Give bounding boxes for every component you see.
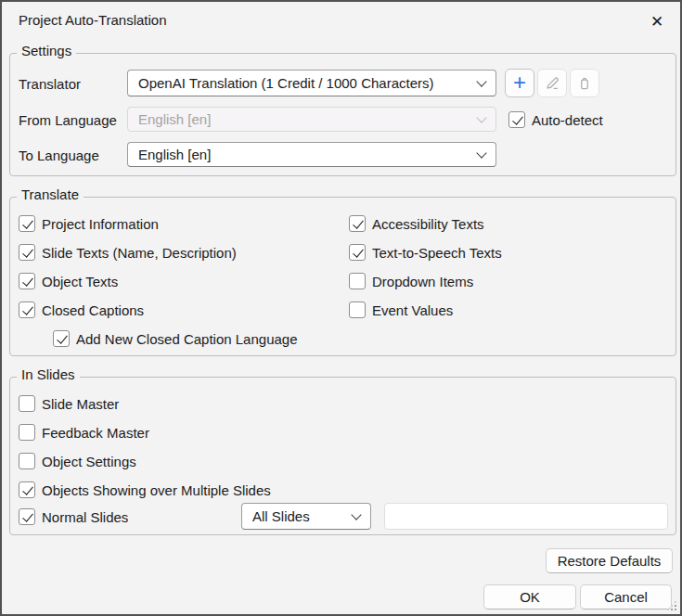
object-texts-label[interactable]: Object Texts (42, 274, 118, 289)
objects-showing-over-multiple-slides-checkbox[interactable] (19, 481, 35, 498)
checkbox-row[interactable]: Project Information (19, 215, 159, 232)
event-values-checkbox[interactable] (349, 302, 366, 318)
checkbox-row[interactable]: Text-to-Speech Texts (349, 244, 502, 261)
slide-range-select[interactable]: All Slides (241, 503, 371, 530)
from-language-select-value: English [en] (138, 111, 211, 127)
cancel-button[interactable]: Cancel (580, 584, 672, 610)
normal-slides-checkbox[interactable] (19, 508, 35, 525)
translator-select-value: OpenAI Translation (1 Credit / 1000 Char… (138, 75, 434, 91)
checkbox-row[interactable]: Event Values (349, 302, 453, 318)
pencil-icon (544, 75, 560, 92)
event-values-label[interactable]: Event Values (372, 302, 453, 318)
object-settings-label[interactable]: Object Settings (42, 454, 136, 469)
add-translator-button[interactable]: + (505, 69, 534, 97)
object-settings-checkbox[interactable] (19, 453, 35, 469)
chevron-down-icon (476, 76, 486, 86)
checkbox-row[interactable]: Objects Showing over Multiple Slides (19, 481, 271, 498)
text-to-speech-texts-checkbox[interactable] (349, 244, 366, 261)
from-language-label: From Language (19, 112, 117, 128)
restore-defaults-button[interactable]: Restore Defaults (546, 548, 673, 573)
ok-button[interactable]: OK (483, 584, 576, 610)
chevron-down-icon (351, 509, 361, 520)
auto-detect-label[interactable]: Auto-detect (532, 112, 603, 128)
checkbox-row[interactable]: Accessibility Texts (349, 215, 484, 232)
closed-captions-checkbox[interactable] (19, 302, 35, 318)
checkbox-row[interactable]: Feedback Master (19, 424, 149, 441)
feedback-master-checkbox[interactable] (19, 424, 35, 441)
to-language-label: To Language (19, 148, 99, 163)
from-language-select: English [en] (127, 107, 496, 132)
checkbox-row[interactable]: Object Settings (19, 453, 136, 469)
auto-detect-checkbox[interactable] (508, 111, 525, 128)
normal-slides-label[interactable]: Normal Slides (42, 509, 128, 525)
edit-translator-button (537, 69, 567, 97)
settings-group-legend: Settings (17, 43, 76, 58)
dialog-title: Project Auto-Translation (19, 12, 167, 28)
accessibility-texts-label[interactable]: Accessibility Texts (372, 216, 484, 232)
add-new-closed-caption-language-label[interactable]: Add New Closed Caption Language (76, 331, 298, 347)
restore-defaults-label: Restore Defaults (558, 553, 662, 569)
slide-range-input[interactable] (384, 503, 668, 530)
to-language-select-value: English [en] (138, 147, 211, 162)
resize-grip[interactable] (665, 599, 676, 610)
delete-translator-button (570, 69, 599, 97)
chevron-down-icon (476, 148, 486, 158)
in-slides-group-legend: In Slides (17, 366, 80, 382)
slide-texts-label[interactable]: Slide Texts (Name, Description) (42, 245, 237, 261)
auto-detect-row[interactable]: Auto-detect (508, 111, 603, 128)
checkbox-row[interactable]: Object Texts (19, 273, 118, 289)
checkbox-row[interactable]: Slide Texts (Name, Description) (19, 244, 237, 261)
trash-icon (576, 75, 593, 92)
checkbox-row[interactable]: Dropdown Items (349, 273, 473, 289)
slide-master-checkbox[interactable] (19, 395, 35, 412)
translate-group-legend: Translate (17, 186, 84, 202)
accessibility-texts-checkbox[interactable] (349, 215, 366, 232)
closed-captions-label[interactable]: Closed Captions (42, 302, 144, 318)
checkbox-row[interactable]: Closed Captions (19, 302, 144, 318)
object-texts-checkbox[interactable] (19, 273, 35, 289)
close-icon[interactable]: ✕ (645, 9, 669, 33)
translator-select[interactable]: OpenAI Translation (1 Credit / 1000 Char… (127, 70, 496, 96)
to-language-select[interactable]: English [en] (127, 142, 496, 167)
checkbox-row[interactable]: Normal Slides (19, 508, 128, 525)
chevron-down-icon (476, 112, 486, 122)
project-information-checkbox[interactable] (19, 215, 35, 232)
text-to-speech-texts-label[interactable]: Text-to-Speech Texts (372, 245, 502, 261)
project-information-label[interactable]: Project Information (42, 216, 159, 232)
project-auto-translation-dialog: Project Auto-Translation ✕ Settings Tran… (0, 0, 682, 616)
add-icon: + (513, 71, 526, 94)
ok-label: OK (520, 589, 540, 605)
checkbox-row[interactable]: Add New Closed Caption Language (53, 330, 298, 347)
slide-master-label[interactable]: Slide Master (42, 396, 119, 412)
slide-range-select-value: All Slides (252, 508, 310, 524)
checkbox-row[interactable]: Slide Master (19, 395, 119, 412)
dropdown-items-checkbox[interactable] (349, 273, 366, 289)
slide-texts-checkbox[interactable] (19, 244, 35, 261)
add-new-closed-caption-language-checkbox[interactable] (53, 330, 70, 347)
feedback-master-label[interactable]: Feedback Master (42, 425, 149, 441)
cancel-label: Cancel (604, 589, 648, 605)
objects-showing-over-multiple-slides-label[interactable]: Objects Showing over Multiple Slides (42, 482, 271, 498)
dropdown-items-label[interactable]: Dropdown Items (372, 274, 473, 289)
translator-label: Translator (19, 76, 81, 92)
